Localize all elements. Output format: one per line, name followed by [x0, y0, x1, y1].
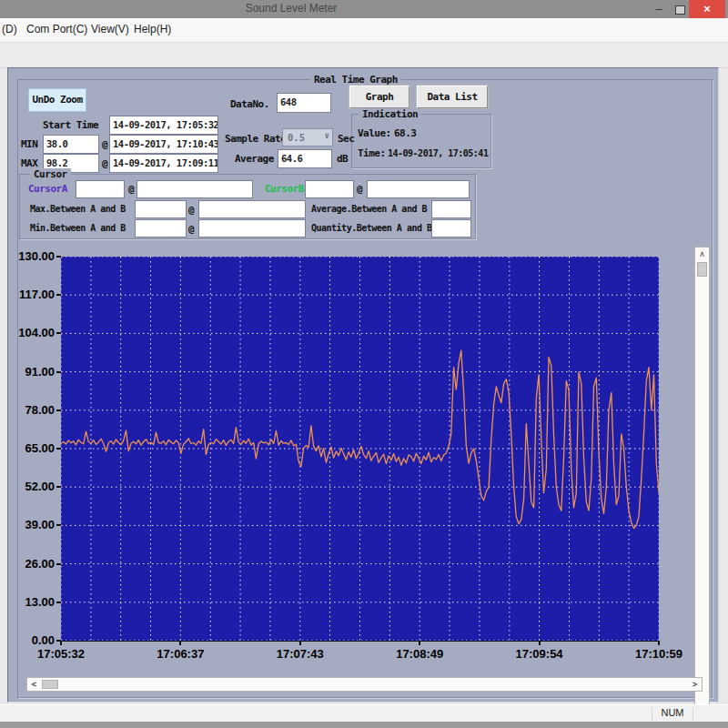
horizontal-scroll-thumb[interactable] — [42, 680, 58, 689]
start-time-field[interactable]: 14-09-2017, 17:05:32 — [109, 116, 218, 135]
x-tick-label: 17:07:43 — [268, 647, 332, 661]
average-field[interactable]: 64.6 — [278, 149, 332, 168]
min-between-time-field[interactable] — [198, 219, 306, 238]
cursor-b-at-symbol: @ — [357, 183, 362, 195]
cursor-b-label: CursorB — [265, 183, 304, 195]
y-tick-mark — [56, 486, 61, 488]
title-bar[interactable]: Sound Level Meter – × — [0, 0, 728, 18]
cursor-a-value-field[interactable] — [76, 180, 125, 198]
max-between-time-field[interactable] — [198, 200, 306, 218]
y-tick-mark — [56, 294, 61, 296]
vertical-scroll-thumb[interactable] — [697, 262, 707, 277]
y-tick-label: 91.00 — [8, 365, 55, 379]
max-between-value-field[interactable] — [135, 200, 187, 218]
x-tick-mark — [658, 641, 660, 645]
y-tick-label: 0.00 — [8, 633, 55, 647]
x-tick-label: 17:08:49 — [388, 647, 451, 661]
sample-rate-dropdown[interactable]: 0.5 ∨ — [282, 128, 333, 147]
vertical-scrollbar[interactable]: ∧ ∨ — [694, 247, 710, 728]
menu-item-d[interactable]: (D) — [2, 23, 17, 35]
maximize-icon — [675, 5, 685, 15]
min-between-value-field[interactable] — [135, 219, 187, 238]
minimize-button[interactable]: – — [648, 0, 670, 18]
y-tick-label: 65.00 — [8, 441, 55, 455]
avg-between-value-field[interactable] — [431, 200, 471, 218]
sample-rate-value: 0.5 — [288, 132, 305, 143]
undo-zoom-button[interactable]: UnDo Zoom — [28, 88, 86, 112]
indication-group — [351, 114, 491, 168]
x-tick-mark — [60, 641, 62, 645]
chart-plot-area[interactable] — [61, 257, 659, 642]
indication-group-label: Indication — [359, 108, 421, 120]
x-tick-mark — [299, 641, 301, 645]
max-time-field[interactable]: 14-09-2017, 17:09:11 — [109, 154, 218, 173]
close-icon: × — [703, 2, 711, 15]
average-unit-label: dB — [337, 153, 348, 165]
data-list-button[interactable]: Data List — [417, 86, 488, 108]
y-tick-mark — [56, 410, 61, 411]
window-title: Sound Level Meter — [0, 2, 582, 15]
x-tick-mark — [179, 641, 181, 645]
min-label: MIN — [21, 138, 37, 150]
scroll-up-icon[interactable]: ∧ — [696, 248, 708, 260]
y-tick-mark — [56, 563, 61, 565]
cursor-b-value-field[interactable] — [305, 180, 354, 198]
cursor-group-label: Cursor — [30, 168, 71, 180]
qty-between-label: Quantity.Between A and B — [311, 223, 432, 233]
average-label: Average — [235, 153, 274, 165]
indication-value: 68.3 — [394, 127, 417, 139]
chevron-down-icon: ∨ — [325, 131, 329, 140]
min-time-field[interactable]: 14-09-2017, 17:10:43 — [109, 135, 218, 154]
min-at-symbol: @ — [102, 138, 107, 150]
y-tick-mark — [56, 332, 61, 334]
y-tick-label: 13.00 — [8, 595, 55, 609]
max-between-label: Max.Between A and B — [30, 204, 126, 214]
x-tick-label: 17:05:32 — [29, 647, 93, 661]
min-value-field[interactable]: 38.0 — [43, 135, 99, 154]
y-tick-label: 117.00 — [8, 288, 55, 301]
data-no-field[interactable]: 648 — [277, 93, 331, 113]
x-tick-label: 17:06:37 — [148, 647, 212, 661]
x-tick-mark — [419, 641, 420, 645]
y-tick-mark — [56, 256, 61, 258]
num-lock-indicator: NUM — [652, 707, 693, 721]
menu-item-help[interactable]: Help(H) — [134, 23, 171, 35]
y-tick-label: 39.00 — [8, 518, 55, 531]
horizontal-scrollbar[interactable]: < > — [26, 677, 703, 692]
sample-rate-label: Sample Rate — [225, 133, 286, 145]
cursor-a-label: CursorA — [28, 183, 67, 195]
graph-button[interactable]: Graph — [349, 86, 410, 108]
close-button[interactable]: × — [689, 0, 725, 18]
minimize-icon: – — [655, 2, 662, 15]
real-time-graph-group-label: Real Time Graph — [310, 74, 401, 86]
cursor-a-at-symbol: @ — [128, 183, 134, 195]
min-between-at-symbol: @ — [188, 223, 194, 235]
sample-rate-unit-label: Sec — [338, 133, 354, 145]
y-tick-label: 26.00 — [8, 557, 55, 571]
min-between-label: Min.Between A and B — [30, 223, 126, 233]
menu-item-com-port[interactable]: Com Port(C) — [26, 23, 87, 35]
y-tick-label: 52.00 — [8, 480, 55, 493]
status-bar: NUM — [0, 704, 728, 723]
menu-bar: (D) Com Port(C) View(V) Help(H) — [0, 18, 728, 43]
scroll-right-icon[interactable]: > — [689, 679, 701, 690]
y-tick-mark — [56, 602, 61, 603]
max-between-at-symbol: @ — [188, 204, 194, 216]
cursor-a-time-field[interactable] — [136, 180, 253, 198]
y-tick-mark — [56, 524, 61, 526]
window-bottom-edge — [0, 722, 728, 728]
main-panel: Real Time Graph UnDo Zoom DataNo. 648 Gr… — [7, 67, 719, 703]
menu-item-view[interactable]: View(V) — [91, 23, 129, 35]
avg-between-label: Average.Between A and B — [311, 204, 427, 214]
indication-value-label: Value: — [358, 127, 391, 139]
x-tick-mark — [539, 641, 541, 645]
scroll-left-icon[interactable]: < — [28, 679, 40, 690]
data-no-label: DataNo. — [230, 98, 269, 110]
cursor-b-time-field[interactable] — [367, 180, 470, 198]
y-tick-mark — [56, 448, 61, 450]
max-at-symbol: @ — [102, 157, 107, 169]
y-tick-label: 130.00 — [8, 249, 55, 263]
y-tick-mark — [56, 371, 61, 373]
qty-between-value-field[interactable] — [431, 219, 471, 238]
indication-time: 14-09-2017, 17:05:41 — [388, 148, 488, 158]
